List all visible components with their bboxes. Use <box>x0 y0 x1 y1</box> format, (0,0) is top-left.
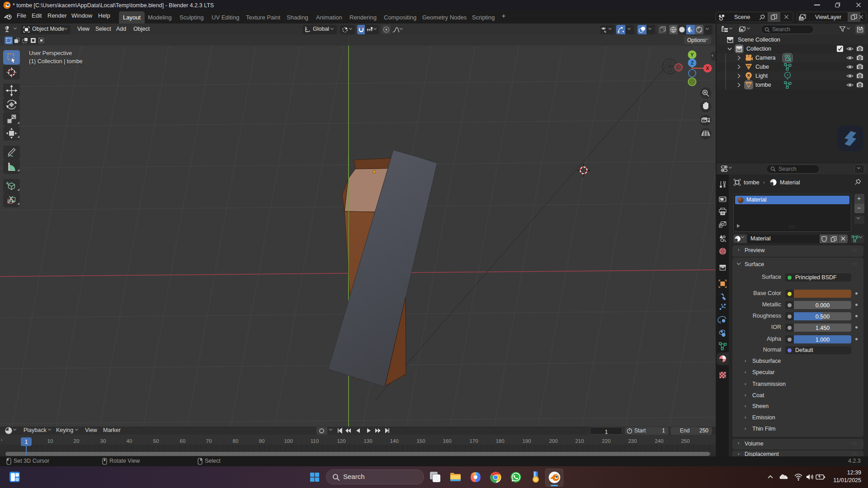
svg-text:Cube: Cube <box>755 64 769 70</box>
svg-text:230: 230 <box>628 438 637 444</box>
svg-text:tombe: tombe <box>755 82 771 88</box>
svg-text:120: 120 <box>337 438 345 444</box>
svg-text:50: 50 <box>153 438 159 444</box>
svg-text:210: 210 <box>575 438 584 444</box>
svg-text:200: 200 <box>549 438 557 444</box>
svg-text:160: 160 <box>443 438 451 444</box>
svg-text:220: 220 <box>602 438 610 444</box>
svg-text:140: 140 <box>390 438 398 444</box>
svg-text:180: 180 <box>495 438 504 444</box>
svg-text:150: 150 <box>416 438 425 444</box>
svg-text:Camera: Camera <box>755 55 776 61</box>
svg-text:240: 240 <box>655 438 663 444</box>
svg-text:110: 110 <box>311 438 319 444</box>
svg-text:250: 250 <box>681 438 689 444</box>
svg-text:Scene Collection: Scene Collection <box>738 37 780 43</box>
svg-text:30: 30 <box>100 438 106 444</box>
svg-text:Y: Y <box>690 52 694 57</box>
svg-text:60: 60 <box>180 438 186 444</box>
svg-text:Z: Z <box>691 60 694 66</box>
svg-text:10: 10 <box>47 438 53 444</box>
svg-text:190: 190 <box>522 438 531 444</box>
svg-text:100: 100 <box>284 438 292 444</box>
svg-text:X: X <box>706 66 709 71</box>
svg-text:130: 130 <box>363 438 372 444</box>
svg-text:80: 80 <box>233 438 239 444</box>
svg-text:70: 70 <box>206 438 212 444</box>
svg-text:40: 40 <box>127 438 132 444</box>
svg-text:90: 90 <box>259 438 265 444</box>
svg-text:170: 170 <box>469 438 478 444</box>
svg-text:Collection: Collection <box>746 46 771 52</box>
svg-text:20: 20 <box>74 438 80 444</box>
svg-text:Light: Light <box>755 73 768 79</box>
